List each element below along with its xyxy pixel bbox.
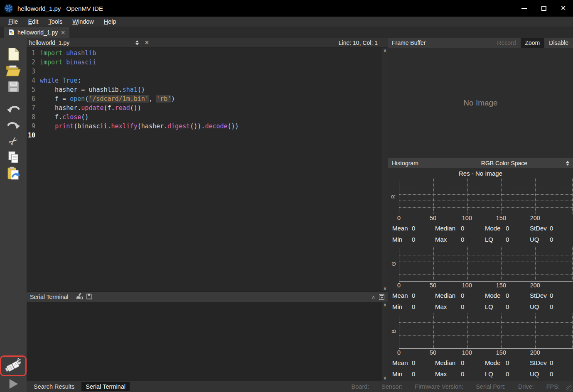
new-file-button[interactable] [5,46,22,62]
copy-button[interactable] [5,149,22,165]
document-selector-icon[interactable] [135,40,139,45]
minimize-button[interactable] [514,0,534,17]
status-tab-serial-terminal[interactable]: Serial Terminal [81,382,130,391]
scroll-down-icon[interactable]: ∨ [383,375,387,380]
scissors-icon: ✂ [5,133,21,149]
menu-help[interactable]: Help [99,17,121,26]
code-editor[interactable]: 12345678910 import uhashlibimport binasc… [27,48,388,292]
code-line[interactable] [40,131,388,140]
open-folder-icon [5,64,21,77]
start-script-button[interactable] [5,378,22,390]
line-number-gutter: 12345678910 [27,49,37,292]
record-button[interactable]: Record [492,38,520,48]
scroll-up-icon[interactable]: ∧ [383,302,387,307]
connect-highlight [0,355,27,376]
stat-label: Median [435,359,455,366]
scroll-down-icon[interactable]: ∨ [384,286,386,291]
status-board: Board: [352,383,369,390]
histogram-plot [399,248,573,282]
stat-label: Min [392,303,402,310]
serial-terminal-header: Serial Terminal [27,292,388,302]
x-tick: 0 [397,282,401,289]
close-button[interactable]: ✕ [553,0,573,17]
stat-label: Median [435,292,455,299]
disable-button[interactable]: Disable [544,38,573,48]
editor-scrollbar[interactable]: ∧ ∨ [382,48,388,292]
code-area[interactable]: import uhashlibimport binasciiwhile True… [37,49,388,292]
undo-button[interactable] [5,100,22,117]
color-space-select[interactable]: RGB Color Space [446,160,563,167]
stat-label: UQ [530,370,539,377]
content-row: helloworld_1.py ✕ Line: 10, Col: 1 12345… [27,38,573,381]
channel-label: G [388,246,399,282]
stat-label: Max [435,236,447,243]
code-line[interactable]: print(binascii.hexlify(hasher.digest()).… [40,122,388,131]
line-number: 5 [27,85,35,94]
code-line[interactable]: hasher = uhashlib.sha1() [40,85,388,94]
stat-value: 0 [461,236,464,243]
code-line[interactable]: f = open('/sdcard/1m.bin', 'rb') [40,94,388,103]
resize-grip[interactable] [566,385,572,391]
clear-terminal-button[interactable] [76,293,83,301]
stat-value: 0 [550,303,553,310]
code-line[interactable]: f.close() [40,113,388,122]
terminal-scrollbar[interactable]: ∧ ∨ [382,302,388,381]
code-line[interactable]: import binascii [40,58,388,67]
stat-value: 0 [412,236,415,243]
menu-file[interactable]: File [3,17,23,26]
menu-edit[interactable]: Edit [23,17,43,26]
stat-value: 0 [412,370,415,377]
open-file-button[interactable] [5,62,22,78]
menu-bar: File Edit Tools Window Help [0,17,573,27]
stat-label: LQ [485,303,493,310]
stat-value: 0 [550,370,553,377]
frame-buffer-title: Frame Buffer [392,39,425,46]
stat-label: Mode [485,292,501,299]
stat-label: Max [435,303,447,310]
x-axis-labels: 050100150200 [399,214,573,223]
line-number: 4 [27,76,35,85]
stat-label: LQ [485,370,493,377]
code-line[interactable]: import uhashlib [40,49,388,58]
menu-window[interactable]: Window [67,17,99,26]
stat-value: 0 [550,359,553,366]
stat-label: Median [435,225,455,232]
stat-value: 0 [461,292,464,299]
serial-terminal-output[interactable]: ∧ ∨ [27,302,388,381]
redo-button[interactable] [5,117,22,133]
scroll-up-icon[interactable]: ∧ [384,48,386,53]
document-close-icon[interactable]: ✕ [145,39,149,46]
frame-buffer-header: Frame Buffer Record Zoom Disable [388,38,573,48]
maximize-button[interactable] [534,0,553,17]
dock-icon[interactable] [379,294,384,300]
stats-row: Min0Max0LQ0UQ0 [388,301,573,313]
stat-label: Mean [392,359,408,366]
window-controls: ✕ [514,0,573,17]
save-file-button[interactable] [5,78,22,95]
save-log-button[interactable] [86,294,92,301]
code-line[interactable]: hasher.update(f.read()) [40,103,388,113]
zoom-button[interactable]: Zoom [521,38,545,48]
x-tick: 0 [397,349,401,356]
collapse-panel-icon[interactable]: ∧ [371,294,375,299]
color-space-spinner-icon[interactable] [566,161,569,166]
document-bar: helloworld_1.py ✕ Line: 10, Col: 1 [27,38,388,48]
stats-row: Min0Max0LQ0UQ0 [388,234,573,245]
histogram-resolution: Res - No Image [388,168,573,179]
cut-button[interactable]: ✂ [5,133,22,149]
line-number: 10 [27,131,35,140]
x-tick: 150 [496,349,506,356]
stat-value: 0 [412,292,415,299]
line-number: 6 [27,94,35,103]
stat-label: StDev [530,292,547,299]
code-line[interactable] [40,67,388,76]
tab-helloworld[interactable]: helloworld_1.py ✕ [4,27,69,38]
x-tick: 100 [462,349,472,356]
tab-close-icon[interactable]: ✕ [61,29,65,36]
connect-button[interactable] [4,358,22,374]
editor-column: helloworld_1.py ✕ Line: 10, Col: 1 12345… [27,38,388,381]
paste-button[interactable] [5,165,22,181]
code-line[interactable]: while True: [40,76,388,85]
status-tab-search-results[interactable]: Search Results [30,382,79,391]
menu-tools[interactable]: Tools [43,17,67,26]
